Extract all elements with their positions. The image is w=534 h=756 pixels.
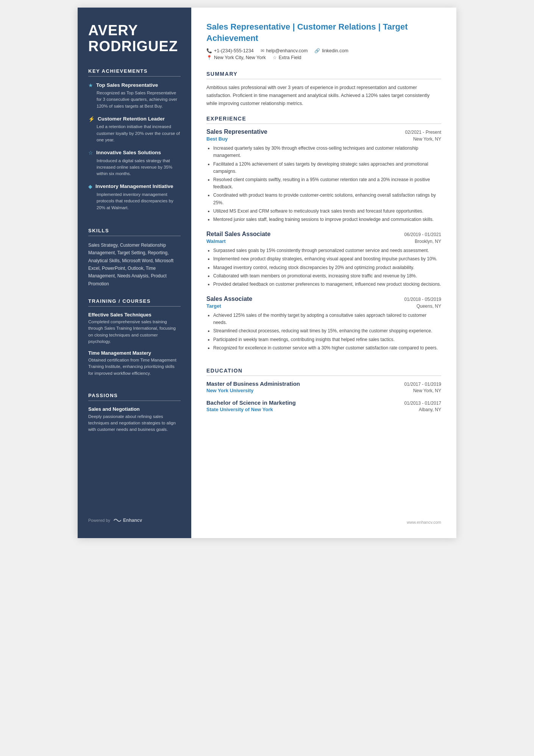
job-date-2: 06/2019 - 01/2021 bbox=[404, 232, 441, 237]
job-company-3: Target bbox=[206, 303, 221, 309]
training-item: Effective Sales Techniques Completed com… bbox=[88, 312, 181, 345]
linkedin-contact: 🔗 linkedin.com bbox=[314, 48, 348, 53]
bullet-item: Facilitated a 120% achievement of sales … bbox=[213, 161, 441, 175]
lightning-icon: ⚡ bbox=[88, 116, 95, 122]
degree-2: Bachelor of Science in Marketing bbox=[206, 399, 296, 406]
email-contact: ✉ help@enhancv.com bbox=[261, 48, 308, 53]
key-achievements-title: KEY ACHIEVEMENTS bbox=[88, 68, 181, 77]
summary-section: SUMMARY Ambitious sales professional wit… bbox=[206, 71, 441, 107]
training-item: Time Management Mastery Obtained certifi… bbox=[88, 350, 181, 377]
edu-date-2: 01/2013 - 01/2017 bbox=[404, 401, 441, 406]
star-extra-icon: ☆ bbox=[273, 55, 277, 60]
bullet-item: Resolved client complaints swiftly, resu… bbox=[213, 176, 441, 191]
email-address: help@enhancv.com bbox=[266, 48, 308, 53]
bullet-item: Increased quarterly sales by 30% through… bbox=[213, 145, 441, 159]
passion-item-desc: Deeply passionate about refining sales t… bbox=[88, 413, 181, 433]
training-course-desc: Completed comprehensive sales training t… bbox=[88, 319, 181, 345]
resume-container: AVERY RODRIGUEZ KEY ACHIEVEMENTS ★ Top S… bbox=[78, 8, 456, 538]
bullet-item: Implemented new product display strategi… bbox=[213, 255, 441, 263]
candidate-name: AVERY RODRIGUEZ bbox=[88, 23, 181, 55]
school-1: New York University bbox=[206, 388, 254, 393]
training-course-title: Time Management Mastery bbox=[88, 350, 181, 356]
achievement-item: ★ Top Sales Representative Recognized as… bbox=[88, 82, 181, 110]
education-item: Bachelor of Science in Marketing 01/2013… bbox=[206, 399, 441, 412]
bullet-item: Managed inventory control, reducing stoc… bbox=[213, 264, 441, 271]
job-location-3: Queens, NY bbox=[417, 304, 441, 309]
main-footer: www.enhancv.com bbox=[206, 512, 441, 524]
main-content: Sales Representative | Customer Relation… bbox=[191, 8, 456, 538]
achievement-title: Innovative Sales Solutions bbox=[96, 149, 161, 156]
contact-row-2: 📍 New York City, New York ☆ Extra Field bbox=[206, 55, 441, 60]
link-icon: 🔗 bbox=[314, 48, 320, 53]
passions-section: PASSIONS Sales and Negotiation Deeply pa… bbox=[88, 393, 181, 433]
job-title-3: Sales Associate bbox=[206, 296, 252, 302]
bullet-item: Achieved 125% sales of the monthly targe… bbox=[213, 312, 441, 326]
skills-text: Sales Strategy, Customer Relationship Ma… bbox=[88, 241, 181, 288]
achievement-item: ☆ Innovative Sales Solutions Introduced … bbox=[88, 149, 181, 177]
experience-item: Sales Associate 01/2018 - 05/2019 Target… bbox=[206, 296, 441, 352]
job-company-2: Walmart bbox=[206, 238, 226, 244]
contact-row-1: 📞 +1-(234)-555-1234 ✉ help@enhancv.com 🔗… bbox=[206, 48, 441, 53]
education-item: Master of Business Administration 01/201… bbox=[206, 380, 441, 393]
bullet-item: Participated in weekly team meetings, co… bbox=[213, 336, 441, 343]
job-title-1: Sales Representative bbox=[206, 128, 267, 135]
email-icon: ✉ bbox=[261, 48, 264, 53]
skills-section: SKILLS Sales Strategy, Customer Relation… bbox=[88, 228, 181, 288]
job-date-1: 02/2021 - Present bbox=[405, 130, 441, 135]
education-section: EDUCATION Master of Business Administrat… bbox=[206, 368, 441, 418]
experience-title: EXPERIENCE bbox=[206, 116, 441, 124]
experience-item: Retail Sales Associate 06/2019 - 01/2021… bbox=[206, 231, 441, 288]
edu-location-1: New York, NY bbox=[413, 388, 441, 393]
education-title: EDUCATION bbox=[206, 368, 441, 376]
training-course-title: Effective Sales Techniques bbox=[88, 312, 181, 318]
bullet-item: Collaborated with team members on promot… bbox=[213, 272, 441, 280]
sidebar-footer: Powered by Enhancv bbox=[88, 506, 181, 523]
extra-field: Extra Field bbox=[279, 55, 301, 60]
achievement-item: ◆ Inventory Management Initiative Implem… bbox=[88, 183, 181, 211]
school-2: State University of New York bbox=[206, 407, 273, 412]
edu-date-1: 01/2017 - 01/2019 bbox=[404, 382, 441, 387]
passion-item-title: Sales and Negotiation bbox=[88, 406, 181, 412]
linkedin-url: linkedin.com bbox=[322, 48, 348, 53]
phone-number: +1-(234)-555-1234 bbox=[214, 48, 254, 53]
achievement-desc: Recognized as Top Sales Representative f… bbox=[88, 90, 181, 110]
footer-url: www.enhancv.com bbox=[407, 520, 441, 524]
brand-name: Enhancv bbox=[123, 518, 142, 523]
training-section: TRAINING / COURSES Effective Sales Techn… bbox=[88, 298, 181, 382]
skills-title: SKILLS bbox=[88, 228, 181, 236]
achievement-title: Inventory Management Initiative bbox=[95, 183, 173, 190]
degree-1: Master of Business Administration bbox=[206, 380, 300, 387]
bullet-item: Recognized for excellence in customer se… bbox=[213, 344, 441, 352]
sidebar: AVERY RODRIGUEZ KEY ACHIEVEMENTS ★ Top S… bbox=[78, 8, 191, 538]
bullet-item: Streamlined checkout processes, reducing… bbox=[213, 327, 441, 335]
job-date-3: 01/2018 - 05/2019 bbox=[404, 297, 441, 302]
location-text: New York City, New York bbox=[214, 55, 266, 60]
training-course-desc: Obtained certification from Time Managem… bbox=[88, 357, 181, 377]
name-heading: AVERY RODRIGUEZ bbox=[88, 23, 181, 55]
star-icon: ★ bbox=[88, 82, 93, 88]
job-bullets-3: Achieved 125% sales of the monthly targe… bbox=[206, 312, 441, 352]
achievement-desc: Implemented inventory management protoco… bbox=[88, 191, 181, 211]
bullet-item: Utilized MS Excel and CRM software to me… bbox=[213, 208, 441, 215]
phone-icon: 📞 bbox=[206, 48, 212, 53]
location-icon: 📍 bbox=[206, 55, 212, 60]
bullet-item: Coordinated with product teams to provid… bbox=[213, 192, 441, 206]
achievement-title: Top Sales Representative bbox=[96, 82, 158, 89]
key-achievements-section: KEY ACHIEVEMENTS ★ Top Sales Representat… bbox=[88, 68, 181, 217]
achievement-item: ⚡ Customer Retention Leader Led a retent… bbox=[88, 116, 181, 143]
job-title: Sales Representative | Customer Relation… bbox=[206, 21, 441, 44]
edu-location-2: Albany, NY bbox=[419, 407, 441, 412]
experience-item: Sales Representative 02/2021 - Present B… bbox=[206, 128, 441, 223]
job-location-1: New York, NY bbox=[413, 136, 441, 142]
experience-section: EXPERIENCE Sales Representative 02/2021 … bbox=[206, 116, 441, 359]
job-bullets-2: Surpassed sales goals by 15% consistentl… bbox=[206, 247, 441, 288]
summary-title: SUMMARY bbox=[206, 71, 441, 79]
diamond-icon: ◆ bbox=[88, 183, 92, 189]
achievement-desc: Introduced a digital sales strategy that… bbox=[88, 158, 181, 177]
achievement-title: Customer Retention Leader bbox=[98, 116, 165, 122]
bullet-item: Mentored junior sales staff, leading tra… bbox=[213, 216, 441, 223]
job-title-2: Retail Sales Associate bbox=[206, 231, 270, 238]
achievement-desc: Led a retention initiative that increase… bbox=[88, 124, 181, 143]
enhancv-logo: Enhancv bbox=[113, 518, 142, 523]
job-bullets-1: Increased quarterly sales by 30% through… bbox=[206, 145, 441, 223]
